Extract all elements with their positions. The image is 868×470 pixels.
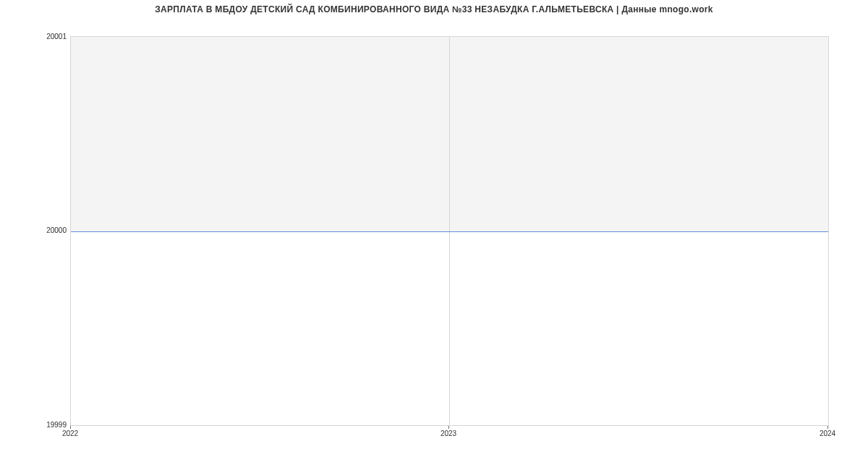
x-tick-label: 2024 [820, 430, 835, 437]
chart-container: ЗАРПЛАТА В МБДОУ ДЕТСКИЙ САД КОМБИНИРОВА… [0, 0, 868, 470]
x-tick-label: 2023 [441, 430, 456, 437]
series-line [71, 231, 828, 232]
y-tick-label: 20000 [46, 226, 67, 234]
plot-area [70, 36, 829, 426]
x-tick-label: 2022 [62, 430, 78, 437]
chart-title: ЗАРПЛАТА В МБДОУ ДЕТСКИЙ САД КОМБИНИРОВА… [0, 4, 868, 14]
y-tick-label: 19999 [46, 421, 67, 429]
y-tick-label: 20001 [46, 33, 67, 40]
